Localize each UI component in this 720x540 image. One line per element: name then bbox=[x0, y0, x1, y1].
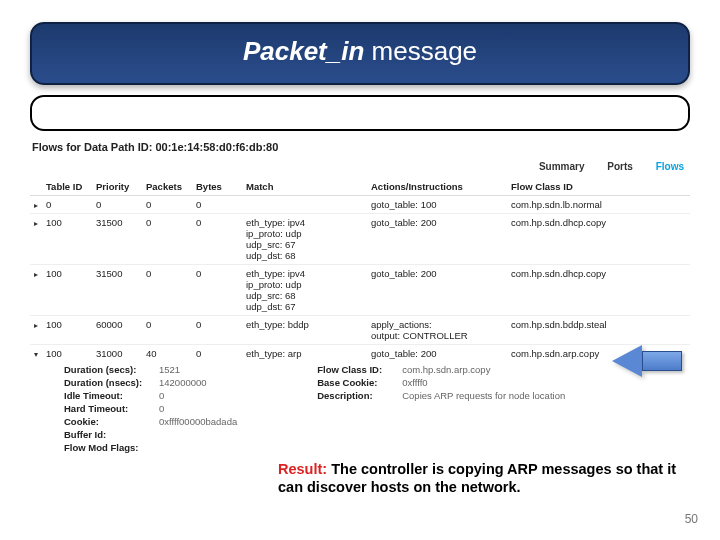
table-row[interactable]: ▸1003150000eth_type: ipv4ip_proto: udpud… bbox=[30, 265, 690, 316]
detail-row: Flow Mod Flags: bbox=[64, 442, 237, 453]
expand-caret-icon[interactable]: ▸ bbox=[34, 270, 42, 279]
callout-arrow bbox=[612, 345, 682, 377]
page-number: 50 bbox=[685, 512, 698, 526]
col-table-id: Table ID bbox=[42, 178, 92, 196]
detail-row: Duration (nsecs):142000000 bbox=[64, 377, 237, 388]
tab-ports[interactable]: Ports bbox=[607, 161, 633, 172]
col-actions: Actions/Instructions bbox=[367, 178, 507, 196]
arrow-body bbox=[642, 351, 682, 371]
flow-table: Table ID Priority Packets Bytes Match Ac… bbox=[30, 178, 690, 362]
arrow-left-icon bbox=[612, 345, 642, 377]
tab-flows[interactable]: Flows bbox=[656, 161, 684, 172]
table-row[interactable]: ▸0000goto_table: 100com.hp.sdn.lb.normal bbox=[30, 196, 690, 214]
detail-row: Base Cookie:0xffff0 bbox=[317, 377, 565, 388]
title-banner: Packet_in message bbox=[30, 22, 690, 85]
result-caption: Result: The controller is copying ARP me… bbox=[278, 460, 678, 496]
col-match: Match bbox=[242, 178, 367, 196]
empty-outline-box bbox=[30, 95, 690, 131]
result-label: Result: bbox=[278, 461, 327, 477]
flows-panel: Flows for Data Path ID: 00:1e:14:58:d0:f… bbox=[30, 139, 690, 455]
col-flow-class: Flow Class ID bbox=[507, 178, 690, 196]
col-bytes: Bytes bbox=[192, 178, 242, 196]
detail-row: Cookie:0xffff00000badada bbox=[64, 416, 237, 427]
expand-caret-icon[interactable]: ▾ bbox=[34, 350, 42, 359]
detail-row: Duration (secs):1521 bbox=[64, 364, 237, 375]
table-row[interactable]: ▸1003150000eth_type: ipv4ip_proto: udpud… bbox=[30, 214, 690, 265]
col-packets: Packets bbox=[142, 178, 192, 196]
result-text: The controller is copying ARP messages s… bbox=[278, 461, 676, 495]
row-detail-block: Duration (secs):1521Duration (nsecs):142… bbox=[30, 362, 690, 455]
title-plain: message bbox=[364, 36, 477, 66]
expand-caret-icon[interactable]: ▸ bbox=[34, 321, 42, 330]
detail-row: Idle Timeout:0 bbox=[64, 390, 237, 401]
detail-row: Buffer Id: bbox=[64, 429, 237, 440]
expand-caret-icon[interactable]: ▸ bbox=[34, 219, 42, 228]
table-row[interactable]: ▾10031000400eth_type: arpgoto_table: 200… bbox=[30, 345, 690, 363]
col-priority: Priority bbox=[92, 178, 142, 196]
tabs-row: Summary Ports Flows bbox=[30, 159, 690, 178]
table-row[interactable]: ▸1006000000eth_type: bddpapply_actions:o… bbox=[30, 316, 690, 345]
detail-row: Hard Timeout:0 bbox=[64, 403, 237, 414]
detail-row: Description:Copies ARP requests for node… bbox=[317, 390, 565, 401]
tab-summary[interactable]: Summary bbox=[539, 161, 585, 172]
expand-caret-icon[interactable]: ▸ bbox=[34, 201, 42, 210]
title-emphasis: Packet_in bbox=[243, 36, 364, 66]
flows-header: Flows for Data Path ID: 00:1e:14:58:d0:f… bbox=[30, 139, 690, 159]
detail-row: Flow Class ID:com.hp.sdn.arp.copy bbox=[317, 364, 565, 375]
table-header-row: Table ID Priority Packets Bytes Match Ac… bbox=[30, 178, 690, 196]
